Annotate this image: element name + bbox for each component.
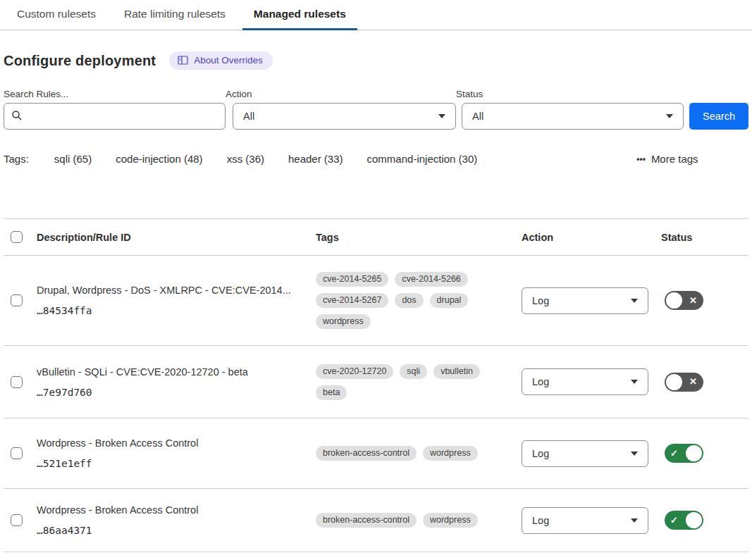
rule-action-select[interactable]: Log [522, 507, 648, 534]
rule-action-cell: Log [522, 507, 661, 534]
rule-tag: cve-2014-5265 [316, 272, 388, 287]
action-field: Action All [226, 89, 456, 130]
table-header-row: Description/Rule ID Tags Action Status [4, 219, 748, 256]
rule-action-value: Log [532, 515, 549, 526]
row-checkbox-cell [4, 294, 37, 306]
tags-bar-label: Tags: [4, 153, 29, 165]
select-all-checkbox[interactable] [11, 231, 23, 243]
check-icon: ✓ [670, 516, 678, 525]
search-label: Search Rules... [4, 89, 226, 99]
rule-id: …86aa4371 [37, 525, 316, 536]
rule-tag: dos [395, 293, 423, 308]
rule-id: …521e1eff [37, 458, 316, 469]
rule-tag: cve-2014-5266 [395, 272, 467, 287]
rule-description-cell: Wordpress - Broken Access Control …521e1… [37, 437, 316, 469]
rule-tag: beta [316, 385, 347, 400]
x-icon: ✕ [689, 296, 697, 305]
table-row: Wordpress - Broken Access Control …86aa4… [4, 489, 748, 552]
toggle-knob [666, 374, 682, 390]
book-icon [178, 56, 188, 65]
search-box [4, 103, 226, 130]
rule-tags-cell: cve-2014-5265 cve-2014-5266 cve-2014-526… [316, 272, 522, 329]
rules-table: Description/Rule ID Tags Action Status D… [4, 218, 748, 552]
col-header-description: Description/Rule ID [37, 232, 316, 243]
table-row: Wordpress - Broken Access Control …521e1… [4, 418, 748, 489]
tab-managed-rulesets[interactable]: Managed rulesets [242, 0, 357, 30]
more-tags-label: More tags [651, 153, 698, 165]
row-checkbox[interactable] [11, 514, 23, 526]
rule-description: vBulletin - SQLi - CVE:CVE-2020-12720 - … [37, 366, 316, 378]
rule-status-toggle[interactable]: ✓ ✕ [665, 373, 703, 392]
rule-description: Wordpress - Broken Access Control [37, 504, 316, 516]
rule-status-toggle[interactable]: ✓ ✕ [665, 291, 703, 310]
rule-description-cell: vBulletin - SQLi - CVE:CVE-2020-12720 - … [37, 366, 316, 398]
rule-status-cell: ✓ ✕ [661, 511, 748, 530]
rule-tag: cve-2014-5267 [316, 293, 388, 308]
rule-action-select[interactable]: Log [522, 368, 648, 395]
col-header-status: Status [661, 232, 748, 243]
table-row: vBulletin - SQLi - CVE:CVE-2020-12720 - … [4, 346, 748, 418]
rule-tags-cell: broken-access-control wordpress [316, 446, 522, 461]
tag-filter-header[interactable]: header (33) [288, 153, 343, 165]
chevron-down-icon [631, 299, 638, 303]
toggle-knob [686, 512, 702, 528]
rule-action-cell: Log [522, 368, 661, 395]
rule-tag: broken-access-control [316, 513, 417, 528]
rule-action-cell: Log [522, 440, 661, 467]
x-icon: ✕ [689, 377, 697, 386]
rule-status-toggle[interactable]: ✓ ✕ [665, 444, 703, 463]
rule-action-select[interactable]: Log [522, 287, 648, 314]
table-row: Drupal, Wordpress - DoS - XMLRPC - CVE:C… [4, 256, 748, 346]
search-input[interactable] [28, 104, 218, 129]
page-title: Configure deployment [4, 53, 156, 69]
status-label: Status [456, 89, 684, 99]
tags-bar: Tags: sqli (65) code-injection (48) xss … [4, 153, 748, 165]
tag-filter-sqli[interactable]: sqli (65) [54, 153, 92, 165]
rule-tag: vbulletin [433, 364, 480, 379]
heading-row: Configure deployment About Overrides [4, 51, 748, 70]
rule-status-cell: ✓ ✕ [661, 373, 748, 392]
more-tags-button[interactable]: ••• More tags [636, 153, 698, 165]
rule-description-cell: Drupal, Wordpress - DoS - XMLRPC - CVE:C… [37, 285, 316, 316]
rule-action-value: Log [532, 295, 549, 306]
status-filter-select[interactable]: All [462, 103, 684, 130]
row-checkbox[interactable] [11, 376, 23, 388]
rule-tag: wordpress [423, 513, 478, 528]
chevron-down-icon [666, 114, 673, 118]
status-field: Status All [456, 89, 684, 130]
rule-tags-cell: cve-2020-12720 sqli vbulletin beta [316, 364, 522, 400]
tag-filter-code-injection[interactable]: code-injection (48) [116, 153, 202, 165]
ruleset-tabbar: Custom rulesets Rate limiting rulesets M… [0, 0, 752, 30]
tab-custom-rulesets[interactable]: Custom rulesets [6, 0, 107, 30]
search-field: Search Rules... [4, 89, 226, 130]
row-checkbox-cell [4, 376, 37, 388]
action-label: Action [226, 89, 456, 99]
rule-tags-cell: broken-access-control wordpress [316, 513, 522, 528]
rule-status-toggle[interactable]: ✓ ✕ [665, 511, 703, 530]
row-checkbox-cell [4, 514, 37, 526]
rule-tag: wordpress [423, 446, 478, 461]
search-button[interactable]: Search [689, 103, 748, 130]
chevron-down-icon [438, 114, 445, 118]
rule-tag: drupal [430, 293, 469, 308]
rule-id: …7e97d760 [37, 387, 316, 398]
rule-action-value: Log [532, 376, 549, 387]
chevron-down-icon [631, 380, 638, 384]
rule-tag: wordpress [316, 314, 371, 329]
toggle-knob [686, 445, 702, 461]
tab-rate-limiting-rulesets[interactable]: Rate limiting rulesets [113, 0, 237, 30]
about-overrides-button[interactable]: About Overrides [169, 51, 273, 70]
rule-description: Wordpress - Broken Access Control [37, 437, 316, 449]
about-overrides-label: About Overrides [194, 55, 263, 66]
row-checkbox[interactable] [11, 447, 23, 459]
rule-tag: sqli [400, 364, 427, 379]
rule-description: Drupal, Wordpress - DoS - XMLRPC - CVE:C… [37, 285, 316, 296]
tag-filter-xss[interactable]: xss (36) [227, 153, 264, 165]
toggle-knob [666, 292, 682, 309]
rule-action-select[interactable]: Log [522, 440, 648, 467]
action-filter-select[interactable]: All [233, 103, 456, 130]
row-checkbox[interactable] [11, 294, 23, 306]
chevron-down-icon [631, 452, 638, 456]
rule-tag: broken-access-control [316, 446, 417, 461]
tag-filter-command-injection[interactable]: command-injection (30) [367, 153, 478, 165]
